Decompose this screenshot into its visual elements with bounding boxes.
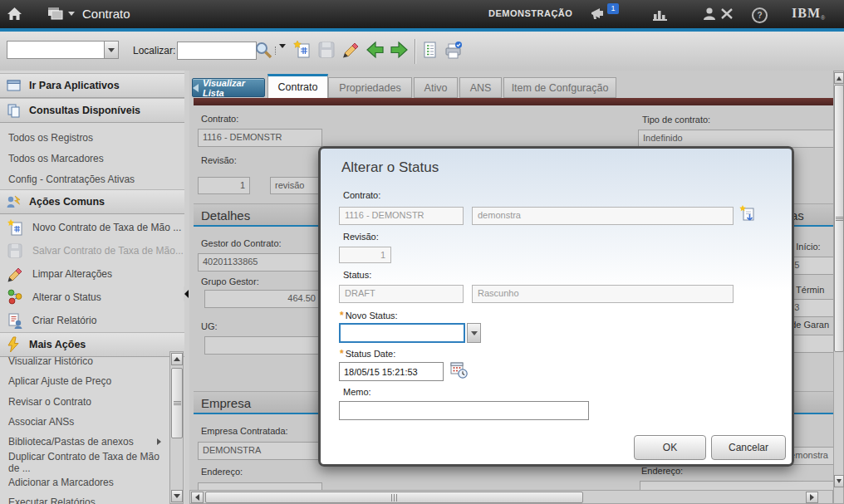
memo-input[interactable] xyxy=(339,401,589,420)
sidebar-header-common-actions[interactable]: Ações Comuns xyxy=(0,189,184,214)
scrollbar-thumb[interactable] xyxy=(171,368,183,438)
application-window: Contrato DEMONSTRAÇÃO 1 ? IBM® Localizar… xyxy=(0,0,844,504)
action-clear-changes[interactable]: Limpar Alterações xyxy=(0,262,184,286)
action-create-report[interactable]: Criar Relatório xyxy=(0,309,184,332)
gestor-label: Gestor do Contrato: xyxy=(201,238,282,248)
ug-label: UG: xyxy=(201,321,218,331)
dialog-contrato-field: 1116 - DEMONSTR xyxy=(339,207,464,225)
create-report-icon xyxy=(7,312,25,330)
notifications-icon[interactable] xyxy=(589,6,609,26)
new-record-icon xyxy=(7,219,25,237)
scroll-down-button[interactable] xyxy=(171,490,183,502)
sidebar-item-query[interactable]: Todos os Registros xyxy=(0,127,184,148)
save-icon xyxy=(7,242,25,259)
sidebar-item-query[interactable]: Config - Contratações Ativas xyxy=(0,169,184,189)
more-actions-icon xyxy=(6,336,24,353)
menu-item[interactable]: Adicionar a Marcadores xyxy=(0,472,169,492)
vertical-scrollbar xyxy=(833,71,844,504)
contrato-label: Contrato: xyxy=(201,114,238,124)
home-icon[interactable] xyxy=(7,7,22,25)
search-icon[interactable] xyxy=(253,40,273,60)
ug-field xyxy=(204,336,321,355)
required-marker: * xyxy=(340,348,344,360)
dialog-revisao-field: 1 xyxy=(339,247,391,263)
scroll-left-button[interactable] xyxy=(191,492,204,503)
contrato-field: 1116 - DEMONSTR xyxy=(198,129,322,147)
common-actions-icon xyxy=(6,194,24,210)
view-list-button[interactable]: Visualizar Lista xyxy=(192,78,265,97)
dialog-status-label: Status: xyxy=(343,270,371,280)
localizar-label: Localizar: xyxy=(133,45,175,56)
status-date-input[interactable] xyxy=(339,362,444,381)
revisao-field: 1 xyxy=(198,177,250,194)
novo-status-input[interactable] xyxy=(339,323,465,343)
clear-changes-icon[interactable] xyxy=(341,40,361,60)
scrollbar-thumb[interactable] xyxy=(834,85,844,352)
close-icon[interactable] xyxy=(719,7,734,24)
change-status-icon xyxy=(7,289,25,306)
search-menu-arrow[interactable] xyxy=(279,48,286,63)
tab-propriedades[interactable]: Propriedades xyxy=(328,77,412,98)
action-new-contract[interactable]: Novo Contrato de Taxa de Mão ... xyxy=(0,216,184,239)
menu-item[interactable]: Revisar o Contrato xyxy=(0,392,169,412)
scroll-right-button[interactable] xyxy=(806,492,818,503)
scroll-up-button[interactable] xyxy=(834,72,844,84)
dialog-status-desc-field: Rascunho xyxy=(472,285,734,303)
record-combo-arrow[interactable] xyxy=(104,41,119,59)
sidebar-item-goto-apps[interactable]: Ir Para Aplicativos xyxy=(0,73,184,98)
sidebar-header-queries[interactable]: Consultas Disponíveis xyxy=(0,98,184,123)
profile-icon[interactable] xyxy=(702,6,717,26)
menu-item[interactable]: Associar ANSs xyxy=(0,412,169,432)
tab-bar: Visualizar Lista Contrato Propriedades A… xyxy=(189,71,833,98)
cancel-button[interactable]: Cancelar xyxy=(711,435,786,460)
top-bar: Contrato DEMONSTRAÇÃO 1 ? IBM® xyxy=(0,0,844,28)
record-combo-input[interactable] xyxy=(7,41,104,59)
scrollbar-thumb[interactable] xyxy=(205,492,583,503)
menu-item[interactable]: Duplicar Contrato de Taxa de Mão de ... xyxy=(0,452,169,472)
grupo-gestor-label: Grupo Gestor: xyxy=(201,276,259,286)
menu-item[interactable]: Biblioteca/Pastas de anexos xyxy=(0,432,169,452)
record-title-bar xyxy=(194,98,833,105)
submenu-arrow-icon xyxy=(157,438,161,445)
tab-item-configuracao[interactable]: Item de Confguração xyxy=(503,77,616,98)
calendar-clock-icon[interactable] xyxy=(449,360,469,383)
tab-ativo[interactable]: Ativo xyxy=(414,77,458,98)
menu-item[interactable]: Visualizar Histórico xyxy=(0,351,169,371)
localizar-input[interactable] xyxy=(177,42,257,60)
tab-ans[interactable]: ANS xyxy=(459,77,502,98)
dialog-novo-status-label: *Novo Status: xyxy=(340,310,398,321)
tab-contrato[interactable]: Contrato xyxy=(267,74,328,98)
help-glyph: ? xyxy=(757,11,762,20)
dialog-contrato-desc-field: demonstra xyxy=(472,207,734,225)
next-record-icon[interactable] xyxy=(389,40,409,60)
more-actions-list: Visualizar Histórico Aplicar Ajuste de P… xyxy=(0,351,169,504)
new-record-icon[interactable] xyxy=(292,40,312,60)
reports-chart-icon[interactable] xyxy=(652,7,669,25)
action-change-status[interactable]: Alterar o Status xyxy=(0,286,184,309)
sidebar-item-query[interactable]: Todos os Marcadores xyxy=(0,148,184,169)
detail-menu-icon[interactable] xyxy=(738,205,757,228)
print-icon[interactable] xyxy=(444,40,464,60)
ibm-logo: IBM® xyxy=(792,6,825,21)
change-status-dialog: Alterar o Status Contrato: 1116 - DEMONS… xyxy=(318,146,794,467)
menu-item[interactable]: Aplicar Ajuste de Preço xyxy=(0,371,169,391)
save-icon xyxy=(316,40,336,60)
reports-icon[interactable] xyxy=(420,40,440,60)
horizontal-scrollbar xyxy=(189,490,833,504)
novo-status-dropdown-arrow[interactable] xyxy=(467,323,481,343)
previous-record-icon[interactable] xyxy=(365,40,385,60)
menu-item[interactable]: Executar Relatórios xyxy=(0,492,169,504)
ok-button[interactable]: OK xyxy=(634,435,706,460)
scroll-up-button[interactable] xyxy=(171,353,183,365)
action-save-contract: Salvar Contrato de Taxa de Mão... xyxy=(0,239,184,262)
sidebar-collapse-handle[interactable] xyxy=(184,286,189,301)
grupo-gestor-field: 464.50 xyxy=(204,290,321,308)
help-icon[interactable]: ? xyxy=(752,7,768,23)
toolbar-separator xyxy=(415,39,416,64)
record-combo[interactable] xyxy=(7,41,119,59)
scroll-down-button[interactable] xyxy=(834,475,844,487)
clear-changes-icon xyxy=(7,266,25,283)
page-title: Contrato xyxy=(82,7,130,21)
required-marker: * xyxy=(340,310,344,321)
go-to-icon[interactable] xyxy=(47,6,75,22)
